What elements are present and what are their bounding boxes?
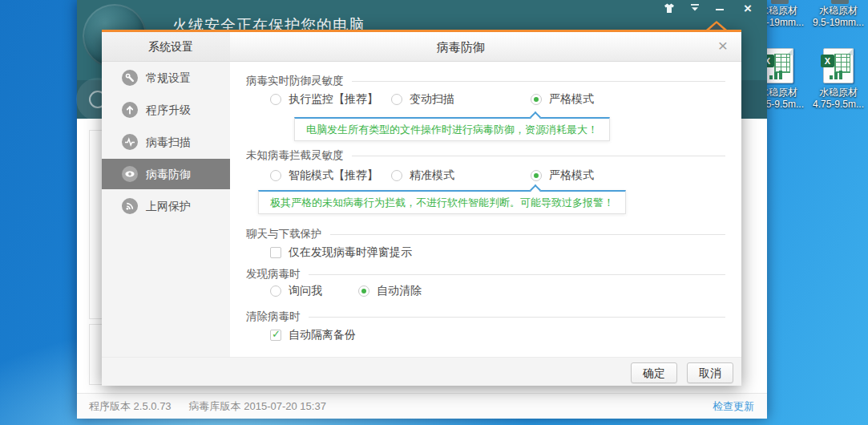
panel-title: 病毒防御 — [437, 40, 485, 54]
radio-precise-mode[interactable]: 精准模式 — [391, 168, 454, 183]
tooltip-unknown-virus: 极其严格的未知病毒行为拦截，不进行软件智能判断。可能导致过多报警！ — [258, 190, 626, 214]
section-title-unknown-virus: 未知病毒拦截灵敏度 — [230, 147, 741, 164]
dialog-pointer-notch — [706, 21, 727, 30]
checkbox-icon — [270, 247, 281, 258]
radio-auto-clean[interactable]: 自动清除 — [358, 284, 422, 298]
radio-strict-mode-2[interactable]: 严格模式 — [531, 168, 594, 183]
version-info: 程序版本 2.5.0.73病毒库版本 2015-07-20 15:37 — [89, 394, 344, 419]
pulse-icon — [122, 134, 138, 150]
radio-smart-mode[interactable]: 智能模式【推荐】 — [270, 168, 378, 183]
sidebar-item-scan[interactable]: 病毒扫描 — [102, 126, 230, 158]
excel-file-icon — [771, 0, 789, 4]
dialog-header: 系统设置 病毒防御 × — [102, 32, 741, 62]
radio-icon-selected — [531, 170, 542, 181]
cancel-button[interactable]: 取消 — [687, 362, 733, 383]
radio-strict-mode[interactable]: 严格模式 — [531, 92, 594, 107]
sidebar-item-label: 病毒防御 — [146, 159, 191, 189]
checkbox-auto-quarantine-backup[interactable]: 自动隔离备份 — [270, 328, 356, 342]
desktop-icon-excel-2[interactable]: 水稳原材 9.5-19mm... — [806, 5, 868, 29]
section-title-realtime-sensitivity: 病毒实时防御灵敏度 — [230, 72, 741, 90]
minimize-icon[interactable] — [711, 2, 729, 16]
tray-menu-icon[interactable] — [686, 2, 704, 16]
status-bar: 程序版本 2.5.0.73病毒库版本 2015-07-20 15:37 检查更新 — [77, 393, 767, 419]
sidebar-item-label: 程序升级 — [146, 94, 191, 126]
desktop-icon-label: 4.75-9.5m... — [806, 99, 868, 111]
settings-dialog: 系统设置 病毒防御 × 常规设置 程序升级 — [102, 30, 741, 386]
radio-icon — [391, 94, 402, 105]
radio-icon-selected — [531, 94, 542, 105]
realtime-sensitivity-options: 执行监控【推荐】 变动扫描 严格模式 — [230, 92, 741, 110]
virus-db-version: 病毒库版本 2015-07-20 15:37 — [189, 400, 326, 412]
skin-icon[interactable] — [660, 2, 678, 16]
check-update-link[interactable]: 检查更新 — [713, 394, 754, 419]
radio-icon-selected — [358, 285, 369, 297]
sidebar-item-web-protection[interactable]: 上网保护 — [102, 190, 230, 222]
settings-sidebar: 常规设置 程序升级 病毒扫描 — [102, 62, 230, 357]
rss-icon — [122, 198, 138, 214]
on-virus-clean-options: 自动隔离备份 — [230, 328, 741, 346]
checkbox-popup-on-virus[interactable]: 仅在发现病毒时弹窗提示 — [270, 245, 412, 260]
sidebar-item-label: 上网保护 — [146, 190, 191, 222]
dialog-title: 系统设置 — [102, 32, 230, 62]
unknown-virus-options: 智能模式【推荐】 精准模式 严格模式 — [230, 168, 741, 186]
eye-icon — [122, 166, 138, 182]
excel-file-icon: X — [823, 48, 854, 83]
dialog-body: 常规设置 程序升级 病毒扫描 — [102, 62, 741, 357]
sidebar-item-upgrade[interactable]: 程序升级 — [102, 94, 230, 126]
chat-download-options: 仅在发现病毒时弹窗提示 — [230, 245, 741, 263]
sidebar-item-label: 常规设置 — [146, 62, 191, 94]
sidebar-item-label: 病毒扫描 — [146, 126, 191, 158]
wrench-icon — [122, 70, 138, 86]
sidebar-item-defense[interactable]: 病毒防御 — [102, 159, 230, 189]
desktop-icon-label: 9.5-19mm... — [806, 17, 868, 29]
radio-icon — [270, 285, 281, 297]
tooltip-caret — [530, 111, 541, 123]
tooltip-caret — [530, 184, 541, 196]
radio-icon — [391, 170, 402, 181]
tooltip-realtime: 电脑发生所有类型的文件操作时进行病毒防御，资源消耗最大！ — [294, 117, 610, 141]
radio-icon — [270, 170, 281, 181]
desktop-background: 水稳原材 9.5-19mm... 水稳原材 9.5-19mm... X 水稳原材… — [0, 0, 868, 425]
desktop-icon-excel-4[interactable]: X 水稳原材 4.75-9.5m... — [806, 48, 868, 111]
section-title-on-virus-found: 发现病毒时 — [230, 265, 741, 283]
checkbox-icon-checked — [270, 330, 281, 341]
close-icon[interactable]: × — [739, 2, 757, 16]
section-title-chat-download: 聊天与下载保护 — [230, 225, 741, 243]
excel-x-badge: X — [821, 55, 834, 67]
desktop-icon-label: 水稳原材 — [806, 87, 868, 99]
on-virus-found-options: 询问我 自动清除 — [230, 284, 741, 302]
excel-file-icon — [831, 0, 849, 4]
radio-icon — [270, 94, 281, 105]
radio-ask-me[interactable]: 询问我 — [270, 284, 322, 298]
panel-title-bar: 病毒防御 × — [230, 32, 741, 62]
dialog-close-icon[interactable]: × — [713, 32, 733, 62]
radio-exec-monitor[interactable]: 执行监控【推荐】 — [270, 92, 378, 107]
desktop-icon-label: 水稳原材 — [806, 5, 868, 17]
dialog-footer: 确定 取消 — [102, 357, 741, 386]
excel-file-icon: X — [763, 48, 793, 83]
virus-defense-panel: 病毒实时防御灵敏度 执行监控【推荐】 变动扫描 严格模式 电脑发生所有类型的文件… — [230, 62, 741, 357]
program-version: 程序版本 2.5.0.73 — [89, 400, 172, 412]
section-title-on-virus-clean: 清除病毒时 — [230, 308, 741, 326]
ok-button[interactable]: 确定 — [631, 362, 677, 383]
arrow-up-circle-icon — [122, 102, 138, 118]
sidebar-item-general[interactable]: 常规设置 — [102, 62, 230, 94]
radio-change-scan[interactable]: 变动扫描 — [391, 92, 454, 107]
